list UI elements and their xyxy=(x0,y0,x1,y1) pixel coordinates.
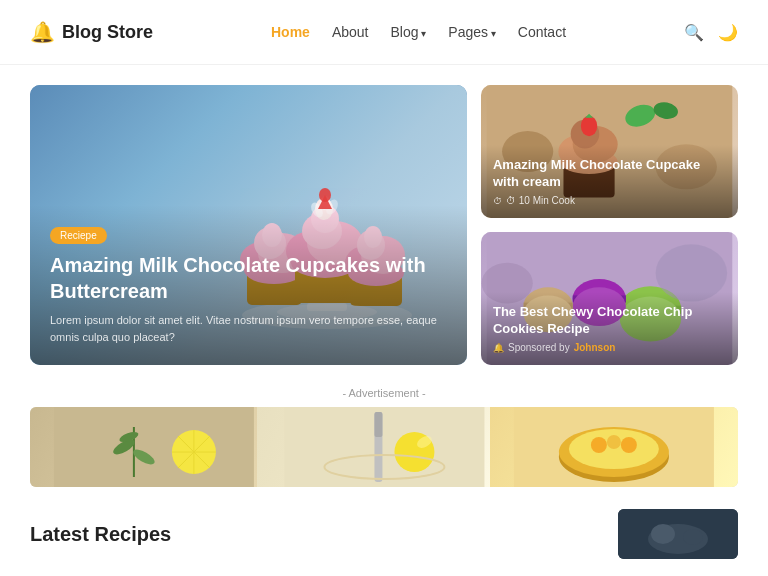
ad-food-1 xyxy=(30,407,278,487)
recipe-badge: Reciepe xyxy=(50,227,107,244)
latest-section: Latest Recipes xyxy=(30,509,738,559)
svg-point-81 xyxy=(651,524,675,544)
bell-icon: 🔔 xyxy=(493,343,504,353)
nav-item-about[interactable]: About xyxy=(332,24,369,40)
ad-food-2 xyxy=(257,407,512,487)
ad-food-3 xyxy=(490,407,738,487)
hero-section: Reciepe Amazing Milk Chocolate Cupcakes … xyxy=(30,85,738,365)
svg-rect-66 xyxy=(284,407,484,487)
featured-card-content: Reciepe Amazing Milk Chocolate Cupcakes … xyxy=(30,205,467,365)
logo-text: Blog Store xyxy=(62,22,153,43)
search-icon[interactable]: 🔍 xyxy=(684,23,704,42)
featured-card[interactable]: Reciepe Amazing Milk Chocolate Cupcakes … xyxy=(30,85,467,365)
header: 🔔 Blog Store Home About Blog Pages Conta… xyxy=(0,0,768,65)
svg-point-76 xyxy=(591,437,607,453)
ad-banner[interactable] xyxy=(30,407,738,487)
side-card-1-content: Amazing Milk Chocolate Cupcake with crea… xyxy=(481,145,738,218)
svg-rect-56 xyxy=(54,407,254,487)
featured-title: Amazing Milk Chocolate Cupcakes with But… xyxy=(50,252,447,304)
theme-toggle-icon[interactable]: 🌙 xyxy=(718,23,738,42)
header-actions: 🔍 🌙 xyxy=(684,23,738,42)
svg-point-78 xyxy=(607,435,621,449)
nav-item-pages[interactable]: Pages xyxy=(448,24,495,40)
svg-rect-68 xyxy=(374,412,382,437)
side-card-1-cook-time: ⏱ 10 Min Cook xyxy=(506,195,575,206)
author-name: Johnson xyxy=(574,342,616,353)
svg-point-28 xyxy=(319,188,331,202)
svg-point-82 xyxy=(683,529,703,545)
side-card-1-meta: ⏱ ⏱ 10 Min Cook xyxy=(493,195,726,206)
svg-point-38 xyxy=(581,116,597,136)
side-card-2-content: The Best Chewy Chocolate Chip Cookies Re… xyxy=(481,292,738,365)
side-card-2-title: The Best Chewy Chocolate Chip Cookies Re… xyxy=(493,304,726,338)
logo[interactable]: 🔔 Blog Store xyxy=(30,20,153,44)
nav-item-blog[interactable]: Blog xyxy=(390,24,426,40)
svg-point-77 xyxy=(621,437,637,453)
side-card-1[interactable]: Amazing Milk Chocolate Cupcake with crea… xyxy=(481,85,738,218)
nav-item-contact[interactable]: Contact xyxy=(518,24,566,40)
latest-card-preview[interactable] xyxy=(618,509,738,559)
logo-bell-icon: 🔔 xyxy=(30,20,55,44)
latest-recipes-title: Latest Recipes xyxy=(30,523,171,546)
sponsored-label: Sponsored by xyxy=(508,342,570,353)
side-card-1-title: Amazing Milk Chocolate Cupcake with crea… xyxy=(493,157,726,191)
featured-description: Lorem ipsum dolor sit amet elit. Vitae n… xyxy=(50,312,447,345)
main-nav: Home About Blog Pages Contact xyxy=(271,24,566,40)
nav-item-home[interactable]: Home xyxy=(271,24,310,40)
side-card-2-meta: 🔔 Sponsored by Johnson xyxy=(493,342,726,353)
ad-label: - Advertisement - xyxy=(30,387,738,399)
clock-icon: ⏱ xyxy=(493,196,502,206)
side-cards: Amazing Milk Chocolate Cupcake with crea… xyxy=(481,85,738,365)
advertisement-section: - Advertisement - xyxy=(30,387,738,487)
side-card-2[interactable]: The Best Chewy Chocolate Chip Cookies Re… xyxy=(481,232,738,365)
main-content: Reciepe Amazing Milk Chocolate Cupcakes … xyxy=(0,65,768,559)
